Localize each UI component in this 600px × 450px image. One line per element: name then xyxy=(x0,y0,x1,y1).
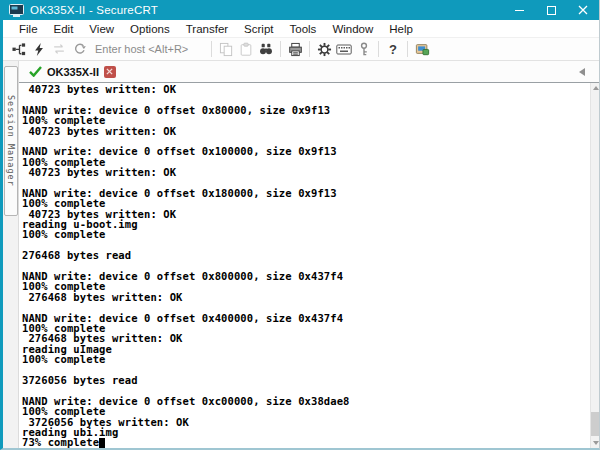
terminal-line: NAND write: device 0 offset 0x800000, si… xyxy=(22,271,590,281)
terminal-line: reading u-boot.img xyxy=(22,219,590,229)
terminal-line: reading ubi.img xyxy=(22,427,590,437)
quick-connect-button[interactable] xyxy=(29,40,49,59)
menu-item-file[interactable]: File xyxy=(11,23,46,35)
terminal-line: 3726056 bytes read xyxy=(22,375,590,385)
toolbar-separator xyxy=(309,41,310,57)
menu-item-options[interactable]: Options xyxy=(122,23,178,35)
enter-host-input[interactable] xyxy=(95,43,203,55)
close-icon xyxy=(578,5,588,15)
print-icon xyxy=(288,42,303,57)
terminal-cursor xyxy=(99,438,105,448)
print-button[interactable] xyxy=(285,40,305,59)
scroll-down-icon[interactable] xyxy=(593,441,599,445)
options-button[interactable] xyxy=(314,40,334,59)
scrollbar-thumb[interactable] xyxy=(591,412,599,436)
menu-item-script[interactable]: Script xyxy=(236,23,281,35)
terminal-line: 100% complete xyxy=(22,115,590,125)
menu-item-help[interactable]: Help xyxy=(381,23,421,35)
menu-item-edit[interactable]: Edit xyxy=(46,23,82,35)
keymap-button[interactable] xyxy=(334,40,354,59)
vertical-scrollbar[interactable] xyxy=(590,83,599,448)
reconnect-button[interactable] xyxy=(49,40,69,59)
quick-connect-lightning-icon xyxy=(32,42,46,57)
terminal-line: NAND write: device 0 offset 0x180000, si… xyxy=(22,188,590,198)
menu-item-tools[interactable]: Tools xyxy=(282,23,325,35)
scroll-up-icon[interactable] xyxy=(593,86,599,90)
terminal-line: 40723 bytes written: OK xyxy=(22,167,590,177)
menu-bar: FileEditViewOptionsTransferScriptToolsWi… xyxy=(3,20,599,38)
terminal-line: 100% complete xyxy=(22,229,590,239)
copy-button[interactable] xyxy=(216,40,236,59)
find-button[interactable] xyxy=(256,40,276,59)
session-manager-sidebar: Session Manager xyxy=(3,61,19,448)
copy-icon xyxy=(219,42,234,57)
toolbar-separator xyxy=(407,41,408,57)
terminal-line: 40723 bytes written: OK xyxy=(22,84,590,94)
agent-keys-button[interactable] xyxy=(354,40,374,59)
toolbar-separator xyxy=(378,41,379,57)
maximize-icon xyxy=(547,6,556,15)
tab-bar: OK335X-II xyxy=(19,61,599,83)
menu-item-window[interactable]: Window xyxy=(324,23,381,35)
maximize-button[interactable] xyxy=(535,0,567,20)
close-tab-button[interactable] xyxy=(104,66,116,78)
options-gear-icon xyxy=(317,42,332,57)
terminal-line: NAND write: device 0 offset 0xc00000, si… xyxy=(22,396,590,406)
session-manager-label: Session Manager xyxy=(6,95,16,187)
menu-item-view[interactable]: View xyxy=(81,23,122,35)
terminal-line: 100% complete xyxy=(22,406,590,416)
minimize-button[interactable] xyxy=(503,0,535,20)
session-tab-label: OK335X-II xyxy=(47,66,99,78)
terminal-line: 276468 bytes read xyxy=(22,250,590,260)
session-manager-tree-icon xyxy=(12,42,27,57)
session-manager-tab[interactable]: Session Manager xyxy=(4,66,18,216)
close-tab-icon xyxy=(106,68,113,75)
minimize-icon xyxy=(515,10,524,11)
terminal-line: reading uImage xyxy=(22,344,590,354)
menu-item-transfer[interactable]: Transfer xyxy=(178,23,236,35)
terminal-line: 276468 bytes written: OK xyxy=(22,292,590,302)
app-icon[interactable] xyxy=(9,4,24,17)
session-tab-ok335x-ii[interactable]: OK335X-II xyxy=(25,61,120,83)
help-icon: ? xyxy=(389,42,397,57)
reconnect-arrow-icon xyxy=(72,42,87,56)
terminal-line: 40723 bytes written: OK xyxy=(22,126,590,136)
session-manager-button[interactable] xyxy=(9,40,29,59)
paste-icon xyxy=(239,42,253,57)
session-options-button[interactable] xyxy=(412,40,432,59)
titlebar[interactable]: OK335X-II - SecureCRT xyxy=(3,0,599,20)
paste-button[interactable] xyxy=(236,40,256,59)
window-title: OK335X-II - SecureCRT xyxy=(30,4,158,16)
terminal-line: NAND write: device 0 offset 0x80000, siz… xyxy=(22,105,590,115)
agent-key-icon xyxy=(358,42,370,57)
terminal-line: NAND write: device 0 offset 0x400000, si… xyxy=(22,313,590,323)
reconnect-loop-icon xyxy=(51,42,67,56)
content-area: Session Manager OK335X-II xyxy=(3,61,599,448)
toolbar-separator xyxy=(211,41,212,57)
terminal-line: 73% complete xyxy=(22,437,590,447)
terminal-wrap: 40723 bytes written: OK NAND write: devi… xyxy=(19,83,599,448)
keyboard-icon xyxy=(336,43,352,56)
toolbar: ? xyxy=(3,38,599,61)
terminal-output[interactable]: 40723 bytes written: OK NAND write: devi… xyxy=(19,83,590,448)
terminal-line: 100% complete xyxy=(22,354,590,364)
main-panel: OK335X-II 40723 bytes written: OK NAND w… xyxy=(19,61,599,448)
tab-scroll-left-icon[interactable] xyxy=(579,68,585,76)
terminal-line: NAND write: device 0 offset 0x100000, si… xyxy=(22,146,590,156)
close-button[interactable] xyxy=(567,0,599,20)
connect-in-tab-button[interactable] xyxy=(69,40,89,59)
toolbar-separator xyxy=(280,41,281,57)
connected-check-icon xyxy=(29,66,42,77)
help-button[interactable]: ? xyxy=(383,40,403,59)
session-options-icon xyxy=(415,42,430,56)
find-binoculars-icon xyxy=(258,42,274,56)
securecrt-window: OK335X-II - SecureCRT FileEditViewOption… xyxy=(0,0,600,450)
